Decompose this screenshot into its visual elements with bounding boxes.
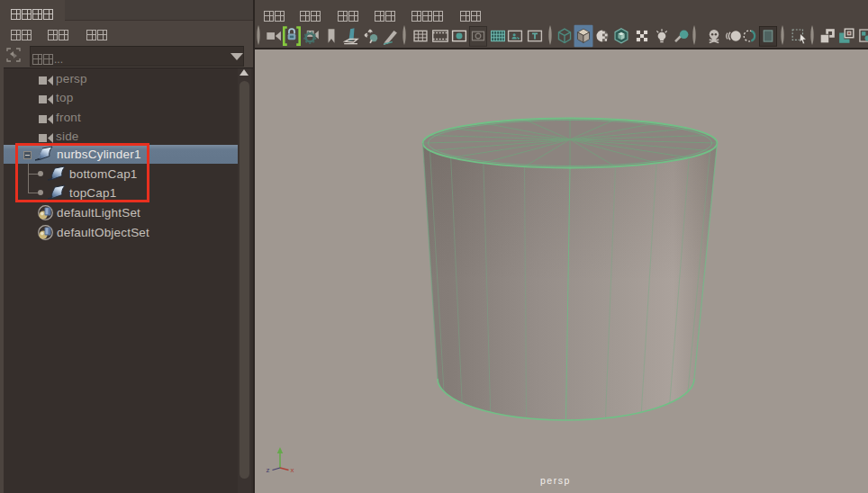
svg-text:z: z	[267, 466, 270, 474]
svg-text:x: x	[291, 466, 294, 474]
svg-text:persp: persp	[540, 475, 571, 486]
